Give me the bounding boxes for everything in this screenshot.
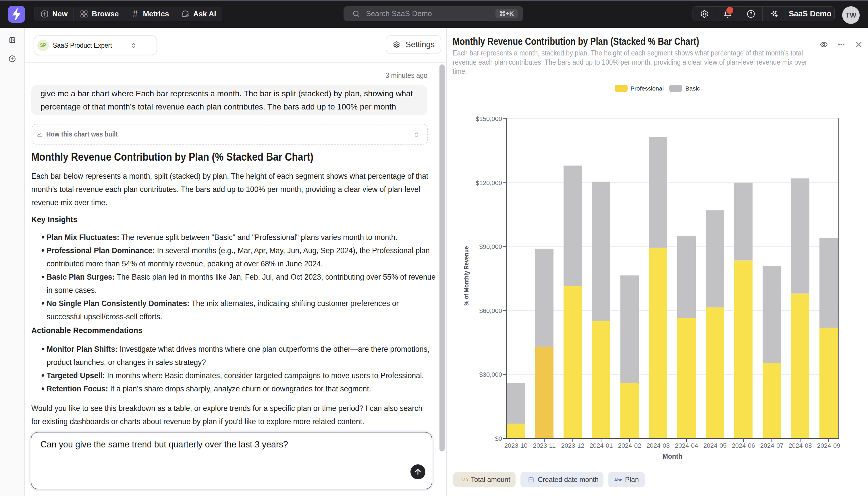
- svg-text:$90,000: $90,000: [479, 243, 502, 250]
- svg-text:$150,000: $150,000: [476, 115, 502, 122]
- svg-text:2024-02: 2024-02: [618, 442, 641, 449]
- svg-text:2023-10: 2023-10: [504, 442, 528, 449]
- svg-text:2024-04: 2024-04: [675, 442, 698, 449]
- svg-text:2024-08: 2024-08: [789, 442, 812, 449]
- svg-text:2024-03: 2024-03: [646, 442, 670, 449]
- svg-text:Month: Month: [663, 453, 682, 460]
- svg-text:2024-01: 2024-01: [590, 442, 613, 449]
- svg-text:2023-12: 2023-12: [561, 442, 584, 449]
- svg-text:2023-11: 2023-11: [533, 442, 556, 449]
- svg-text:2024-07: 2024-07: [760, 442, 784, 449]
- svg-text:$120,000: $120,000: [476, 179, 502, 186]
- svg-text:2024-05: 2024-05: [703, 442, 727, 449]
- svg-text:2024-06: 2024-06: [732, 442, 755, 449]
- svg-text:% of Monthly Revenue: % of Monthly Revenue: [463, 246, 470, 306]
- svg-text:2024-09: 2024-09: [817, 442, 840, 449]
- svg-text:$60,000: $60,000: [479, 307, 502, 314]
- svg-text:$0: $0: [495, 435, 502, 442]
- svg-text:$30,000: $30,000: [479, 371, 502, 378]
